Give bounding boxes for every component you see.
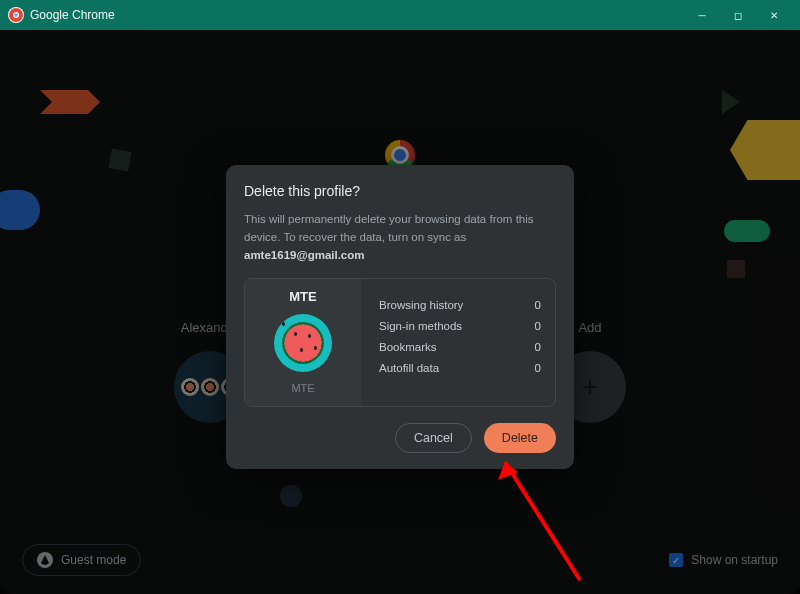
stat-value: 0 <box>535 362 541 374</box>
window-minimize-button[interactable]: ─ <box>684 0 720 30</box>
avatar-watermelon-icon <box>274 314 332 372</box>
delete-label: Delete <box>502 431 538 445</box>
dialog-profile-left: MTE MTE <box>245 279 361 406</box>
titlebar: Google Chrome ─ ◻ ✕ <box>0 0 800 30</box>
window-title: Google Chrome <box>30 8 684 22</box>
dialog-desc-text: This will permanently delete your browsi… <box>244 213 534 243</box>
stat-label: Autofill data <box>379 362 439 374</box>
dialog-description: This will permanently delete your browsi… <box>244 211 556 264</box>
stat-value: 0 <box>535 299 541 311</box>
dialog-account-email: amte1619@gmail.com <box>244 249 365 261</box>
stat-label: Browsing history <box>379 299 463 311</box>
delete-button[interactable]: Delete <box>484 423 556 453</box>
dialog-stats: Browsing history0 Sign-in methods0 Bookm… <box>361 279 555 406</box>
stat-label: Sign-in methods <box>379 320 462 332</box>
stat-row: Sign-in methods0 <box>379 320 541 332</box>
dialog-profile-name: MTE <box>289 289 316 304</box>
window-maximize-button[interactable]: ◻ <box>720 0 756 30</box>
stat-value: 0 <box>535 320 541 332</box>
delete-profile-dialog: Delete this profile? This will permanent… <box>226 165 574 469</box>
dialog-profile-summary: MTE MTE Browsing history0 Sign-in method… <box>244 278 556 407</box>
cancel-label: Cancel <box>414 431 453 445</box>
svg-point-1 <box>9 8 23 22</box>
cancel-button[interactable]: Cancel <box>395 423 472 453</box>
stat-label: Bookmarks <box>379 341 437 353</box>
dialog-buttons: Cancel Delete <box>244 423 556 453</box>
modal-overlay: Delete this profile? This will permanent… <box>0 30 800 594</box>
dialog-profile-sub: MTE <box>291 382 314 394</box>
window-close-button[interactable]: ✕ <box>756 0 792 30</box>
stat-row: Autofill data0 <box>379 362 541 374</box>
dialog-title: Delete this profile? <box>244 183 556 199</box>
stat-value: 0 <box>535 341 541 353</box>
chrome-app-icon <box>8 7 24 23</box>
stat-row: Browsing history0 <box>379 299 541 311</box>
stat-row: Bookmarks0 <box>379 341 541 353</box>
